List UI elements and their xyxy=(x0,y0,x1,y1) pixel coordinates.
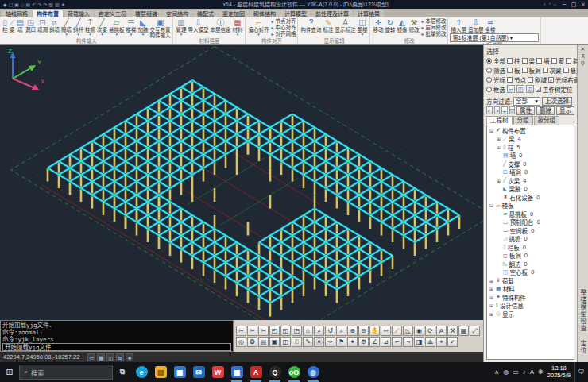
tray-icon-3[interactable]: ♪ xyxy=(523,368,526,376)
ribbon-item-0-4[interactable]: ⊡墙洞 xyxy=(37,18,48,33)
selection-mode-icon-1[interactable]: ◫ xyxy=(516,85,524,93)
selection-mode-icon-0[interactable]: ▭ xyxy=(507,85,515,93)
ribbon-item-0-13[interactable]: ▣交互布置 构件输入 xyxy=(149,18,171,38)
tree-node-18[interactable]: ⊞⇓荷载 xyxy=(487,276,574,285)
tree-node-6[interactable]: ⊞╱次梁4 xyxy=(487,176,574,185)
view-tool-2-3[interactable]: ▣ xyxy=(269,337,280,347)
tree-node-20[interactable]: ⊞✦特殊构件 xyxy=(487,293,574,302)
view-tool-1-6[interactable]: ⌂ xyxy=(303,326,313,336)
ribbon-tab-9[interactable]: 计算模型 xyxy=(280,10,311,17)
taskbar-app-browser[interactable]: ◍ xyxy=(304,362,323,382)
taskbar-app-wechat[interactable]: oO xyxy=(284,362,304,382)
tray-icon-0[interactable]: ∧ xyxy=(494,368,499,376)
close-button[interactable]: ✕ xyxy=(578,1,588,9)
filter-radio-2[interactable] xyxy=(486,77,492,83)
tree-node-4[interactable]: ╱支撑0 xyxy=(487,160,574,168)
maximize-button[interactable]: ▢ xyxy=(569,1,578,9)
filter-checkbox-0-2[interactable] xyxy=(536,58,542,64)
ribbon-mini-item-1[interactable]: ▸层间修改 xyxy=(421,25,446,31)
view-tool-2-6[interactable]: ✎ xyxy=(303,337,313,347)
ribbon-item-5-2[interactable]: ≣全楼 xyxy=(484,18,496,33)
ribbon-mini-item-0[interactable]: ▸节点对齐 xyxy=(271,18,296,25)
ribbon-item-3-2[interactable]: A显示标注 xyxy=(334,18,356,33)
filter-checkbox-0-3[interactable] xyxy=(551,58,557,64)
tree-expander-icon[interactable]: ⊞ xyxy=(496,145,501,150)
view-tool-1-4[interactable]: ◱ xyxy=(280,326,291,336)
quick-access-icon-3[interactable]: ◇ xyxy=(21,2,25,7)
ribbon-tab-11[interactable]: 计算结果 xyxy=(354,10,384,17)
view-tool-2-12[interactable]: ∠ xyxy=(369,337,380,347)
ribbon-item-0-1[interactable]: ⟋梁 xyxy=(9,18,16,33)
view-tool-1-12[interactable]: ✋ xyxy=(369,326,380,336)
taskbar-search-box[interactable]: ⌕ 搜索 xyxy=(19,365,113,380)
tree-node-0[interactable]: ⊟✔构件布置 xyxy=(487,126,574,135)
view-tool-1-21[interactable]: ⤢ xyxy=(470,326,480,336)
ribbon-item-0-7[interactable]: ╱斜杆▾ xyxy=(72,18,84,37)
status-toggle-3[interactable]: ⊞ xyxy=(116,353,124,361)
filter-radio-1[interactable] xyxy=(486,68,492,73)
tree-node-9[interactable]: ⊟▱楼板 xyxy=(487,202,574,210)
taskbar-app-mail[interactable]: ✉ xyxy=(189,362,208,382)
view-tool-2-19[interactable]: ✓ xyxy=(447,337,458,347)
ribbon-item-0-9[interactable]: ╱次梁▾ xyxy=(96,18,108,37)
status-toggle-1[interactable]: ▦ xyxy=(97,353,105,361)
ribbon-item-5-0[interactable]: ⇧插入层 xyxy=(450,18,467,33)
quick-access-icon-8[interactable]: ▧ xyxy=(48,2,53,7)
filter-checkbox-1-2[interactable] xyxy=(543,68,548,73)
titlebar-icon-2[interactable]: ⌂ xyxy=(553,2,556,7)
tree-node-22[interactable]: ⊞◎显示 xyxy=(487,310,574,318)
panel-button-2[interactable]: 显示 xyxy=(556,106,574,115)
ribbon-item-0-5[interactable]: ⧄斜墙 xyxy=(48,18,60,33)
titlebar-icon-1[interactable]: ◔ xyxy=(548,2,551,7)
taskbar-app-sheet[interactable]: ▦ xyxy=(227,362,246,382)
start-button[interactable]: ⊞ xyxy=(0,367,19,377)
view-tool-2-4[interactable]: ◫ xyxy=(280,337,291,347)
filter-extra-checkbox-2[interactable]: ✓ xyxy=(548,77,554,83)
tree-node-11[interactable]: ▭预制阳台0 xyxy=(487,218,574,227)
view-tool-1-10[interactable]: ⊕ xyxy=(347,326,358,336)
ribbon-item-4-0[interactable]: ✛移动 xyxy=(372,18,384,33)
view-tool-1-5[interactable]: ◳ xyxy=(292,326,302,336)
status-toggle-0[interactable]: ▭ xyxy=(87,353,95,361)
tree-node-7[interactable]: ◣梁腋0 xyxy=(487,185,574,194)
taskbar-app-edge[interactable]: e xyxy=(132,362,151,382)
ribbon-item-0-6[interactable]: ╱隔墙▾ xyxy=(60,18,72,37)
view-tool-2-15[interactable]: ¬ xyxy=(403,337,413,347)
status-toggle-2[interactable]: ◫ xyxy=(106,353,114,361)
ribbon-tab-5[interactable]: 空间结构 xyxy=(162,10,192,17)
panel-button-0[interactable]: 属性 xyxy=(516,106,535,115)
filter-checkbox-2-1[interactable] xyxy=(528,77,533,83)
tree-node-16[interactable]: ◺翻边0 xyxy=(487,260,574,268)
drawing-canvas[interactable]: Z Y X xyxy=(0,45,483,320)
tree-node-15[interactable]: ◻板洞0 xyxy=(487,252,574,260)
last-selection-button[interactable]: 上次选择 xyxy=(542,97,572,106)
strip-control-icon-0[interactable]: ✕ xyxy=(581,45,586,52)
quick-access-icon-0[interactable]: ◆ xyxy=(3,2,7,7)
strip-control-icon-2[interactable]: ⚲ xyxy=(581,60,585,67)
ribbon-item-1-0[interactable]: ▥管理▾ xyxy=(175,18,187,37)
view-tool-1-1[interactable]: ✂ xyxy=(247,326,257,336)
quick-access-icon-5[interactable]: ↶ xyxy=(32,2,36,7)
tray-icon-1[interactable]: ◍ xyxy=(503,368,509,376)
view-tool-1-13[interactable]: ⇿ xyxy=(381,326,391,336)
ribbon-mini-item-1[interactable]: ▸中心对齐 xyxy=(271,25,296,31)
tree-node-2[interactable]: ⊞▯柱5 xyxy=(487,143,574,152)
view-tool-1-3[interactable]: ◰ xyxy=(269,326,280,336)
view-tool-2-9[interactable]: ⚑ xyxy=(336,337,346,347)
ribbon-item-0-12[interactable]: ◣加腋▾ xyxy=(137,18,149,37)
panel-tool-icon-3[interactable]: ▽ xyxy=(509,106,516,114)
quick-access-icon-1[interactable]: ▢ xyxy=(9,2,14,7)
ribbon-item-1-2[interactable]: ⓘ本层信息 xyxy=(209,18,231,33)
tree-expander-icon[interactable]: ⊞ xyxy=(489,286,494,291)
tray-icon-5[interactable]: ❋ xyxy=(538,368,544,376)
selection-mode-icon-2[interactable]: ◰ xyxy=(526,85,534,93)
floor-selector[interactable]: 第1标准层 (第1自然层) ▾ xyxy=(450,33,539,42)
command-input[interactable]: 开始加载yjg文件. xyxy=(2,343,231,351)
view-tool-2-11[interactable]: ⚙ xyxy=(358,337,369,347)
ribbon-tab-8[interactable]: 砌体结构 xyxy=(250,10,280,17)
ribbon-mini-item-2[interactable]: ▸对齐网格 xyxy=(271,31,296,37)
taskbar-app-explorer[interactable]: ▤ xyxy=(151,362,170,382)
ribbon-item-1-3[interactable]: ▦材料▾ xyxy=(231,18,243,37)
quick-access-icon-7[interactable]: ⟳ xyxy=(43,2,47,7)
view-tool-1-7[interactable]: ⌕ xyxy=(314,326,324,336)
